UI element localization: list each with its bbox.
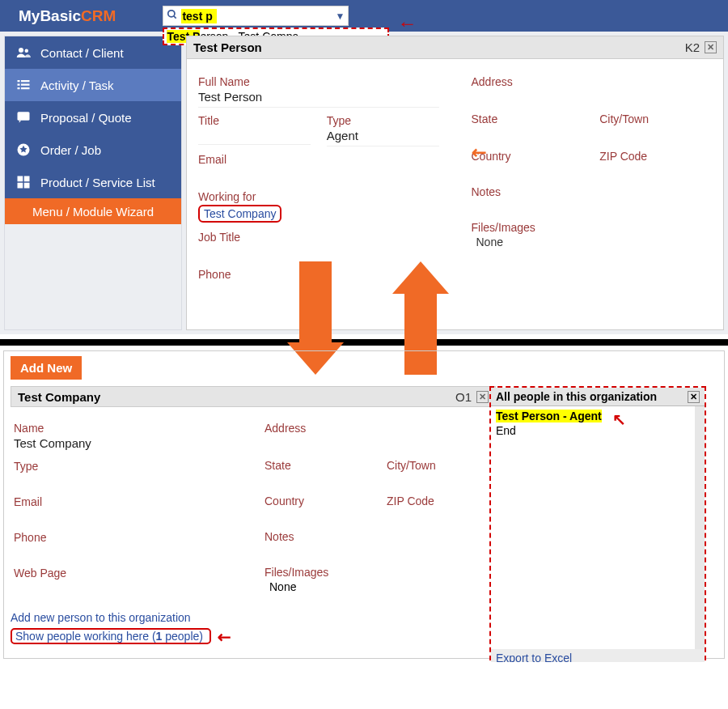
company-id: O1 — [455, 390, 472, 404]
label-type: Type — [327, 114, 439, 127]
close-icon[interactable]: ✕ — [705, 41, 717, 53]
svg-line-1 — [174, 16, 176, 19]
svg-rect-8 — [18, 87, 20, 89]
label-files: Files/Images — [472, 221, 713, 234]
label-web: Web Page — [14, 567, 242, 580]
sidebar-item-contact[interactable]: Contact / Client — [5, 36, 181, 69]
annotation-arrow-icon: ↖ — [612, 410, 626, 429]
person-title: Test Person — [193, 40, 262, 54]
sidebar-label: Product / Service List — [40, 176, 155, 189]
person-panel-header: Test Person K2 ✕ — [187, 36, 723, 59]
sidebar-label: Proposal / Quote — [40, 111, 132, 125]
label-state: State — [472, 113, 584, 125]
svg-rect-4 — [18, 80, 20, 82]
label-notes: Notes — [265, 530, 493, 543]
company-panel: Test Company O1 ✕ Name Test Company Type… — [11, 386, 717, 647]
working-for-link[interactable]: Test Company — [198, 205, 281, 223]
label-zip: ZIP Code — [387, 495, 493, 507]
chevron-down-icon[interactable]: ▼ — [336, 11, 345, 22]
svg-rect-15 — [24, 183, 30, 189]
main-row: Contact / Client Activity / Task Proposa… — [0, 32, 728, 334]
label-city: City/Town — [599, 113, 712, 125]
popup-title: All people in this organization — [496, 390, 657, 403]
logo-part2: CRM — [81, 7, 116, 24]
company-col-right: Address State City/Town Country ZIP Code… — [265, 415, 493, 595]
annotation-arrow-icon: ← — [397, 12, 417, 35]
label-title: Title — [198, 114, 311, 127]
sidebar-item-proposal[interactable]: Proposal / Quote — [5, 101, 181, 134]
value-comp-files: None — [265, 579, 493, 595]
label-zip: ZIP Code — [599, 150, 712, 163]
close-icon[interactable]: ✕ — [476, 391, 489, 403]
sidebar-item-activity[interactable]: Activity / Task — [5, 69, 181, 101]
label-type: Type — [14, 460, 242, 473]
svg-rect-10 — [18, 112, 30, 121]
close-icon[interactable]: ✕ — [688, 391, 700, 403]
people-popup: All people in this organization ✕ Test P… — [489, 386, 706, 662]
logo-part1: MyBasic — [19, 7, 81, 24]
label-workingfor: Working for — [198, 190, 439, 203]
sidebar-item-wizard[interactable]: Menu / Module Wizard — [5, 198, 181, 224]
export-excel-link[interactable]: Export to Excel — [491, 649, 705, 662]
value-email[interactable] — [198, 166, 439, 184]
svg-rect-13 — [24, 176, 30, 182]
grid-icon — [16, 175, 31, 189]
svg-rect-6 — [18, 84, 20, 86]
value-jobtitle[interactable] — [198, 244, 439, 261]
label-files: Files/Images — [265, 566, 493, 579]
popup-item[interactable]: Test Person - Agent — [496, 410, 602, 422]
list-icon — [16, 78, 31, 92]
add-new-button[interactable]: Add New — [11, 356, 82, 380]
search-input[interactable] — [182, 10, 216, 23]
label-email: Email — [14, 495, 242, 508]
svg-point-0 — [168, 11, 175, 17]
label-notes: Notes — [472, 185, 713, 198]
show-people-link[interactable]: Show people working here (1 people) — [11, 628, 211, 644]
label-country: Country — [265, 495, 370, 507]
add-person-link[interactable]: Add new person to this organization — [11, 611, 191, 624]
svg-rect-9 — [21, 87, 30, 89]
popup-header: All people in this organization ✕ — [491, 388, 705, 406]
annotation-arrow-icon: ↙ — [213, 626, 236, 649]
sidebar-item-product[interactable]: Product / Service List — [5, 166, 181, 198]
company-header: Test Company O1 ✕ — [11, 386, 496, 407]
top-bar: MyBasicCRM ▼ ← Test Person - Test Compa — [0, 0, 728, 32]
sidebar-label: Order / Job — [40, 143, 101, 157]
svg-rect-5 — [21, 80, 30, 82]
people-icon — [16, 45, 31, 60]
company-title: Test Company — [18, 390, 100, 404]
search-input-highlight — [181, 9, 217, 23]
label-city: City/Town — [387, 459, 493, 472]
svg-point-2 — [19, 48, 23, 53]
svg-rect-14 — [18, 183, 23, 189]
svg-rect-12 — [18, 176, 23, 182]
sidebar-item-order[interactable]: Order / Job — [5, 134, 181, 166]
value-type[interactable]: Agent — [327, 127, 439, 146]
label-address: Address — [472, 75, 713, 88]
value-comp-name[interactable]: Test Company — [14, 435, 242, 453]
star-icon — [16, 142, 31, 157]
sidebar: Contact / Client Activity / Task Proposa… — [4, 36, 182, 330]
label-phone: Phone — [14, 531, 242, 544]
search-box[interactable]: ▼ — [163, 6, 349, 26]
person-col-left: Full Name Test Person Title TypeAgent Em… — [198, 69, 439, 281]
sidebar-label: Menu / Module Wizard — [32, 205, 154, 219]
value-fullname[interactable]: Test Person — [198, 88, 439, 108]
chat-icon — [16, 110, 31, 125]
search-wrapper: ▼ ← Test Person - Test Compa — [163, 6, 349, 26]
label-fullname: Full Name — [198, 75, 439, 88]
label-name: Name — [14, 422, 242, 435]
person-panel: Test Person K2 ✕ ↙ Full Name Test Person… — [186, 36, 724, 330]
section-divider — [0, 339, 728, 346]
person-col-right: Address State City/Town Country ZIP Code… — [472, 69, 713, 281]
value-title[interactable] — [198, 127, 311, 145]
company-col-left: Name Test Company Type Email Phone Web P… — [14, 415, 242, 595]
app-logo: MyBasicCRM — [19, 7, 116, 25]
company-body: Name Test Company Type Email Phone Web P… — [11, 407, 496, 603]
lower-section: Add New Test Company O1 ✕ Name Test Comp… — [3, 350, 725, 659]
sidebar-label: Contact / Client — [40, 46, 124, 60]
svg-point-3 — [25, 49, 29, 53]
label-jobtitle: Job Title — [198, 231, 439, 244]
label-email: Email — [198, 153, 439, 166]
value-address[interactable] — [472, 88, 713, 106]
